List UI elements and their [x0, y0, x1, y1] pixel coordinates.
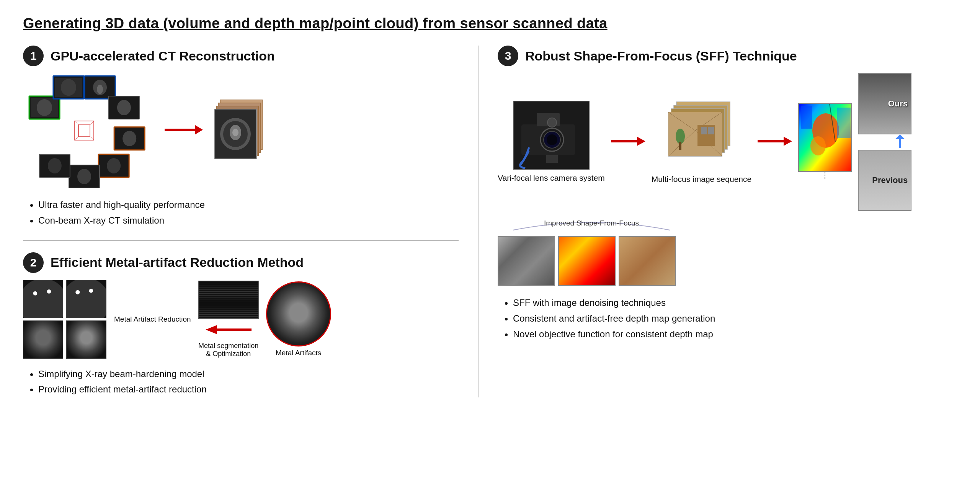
svg-rect-57	[708, 127, 714, 134]
ct-arrow	[165, 122, 203, 139]
vari-focal-camera-image	[513, 101, 590, 170]
ct-stack	[211, 96, 268, 165]
svg-marker-61	[784, 137, 792, 146]
depth-compare-dashed	[798, 172, 852, 181]
section3-number: 3	[498, 46, 518, 66]
previous-depth-image: Previous	[858, 150, 911, 211]
mar-label: Metal Artifact Reduction	[114, 315, 191, 324]
svg-point-41	[547, 134, 557, 145]
section2-number: 2	[23, 252, 44, 273]
focus-label: Multi-focus image sequence	[652, 174, 751, 184]
svg-line-24	[75, 136, 78, 140]
comparison-arrow	[858, 134, 919, 150]
svg-marker-45	[637, 137, 645, 146]
svg-point-34	[232, 129, 238, 136]
page-title: Generating 3D data (volume and depth map…	[23, 15, 957, 32]
sff-improved-images	[498, 236, 685, 286]
sff-img-thermal	[558, 236, 616, 286]
svg-marker-26	[195, 125, 203, 134]
section3-bullets: SFF with image denoising techniques Cons…	[501, 295, 957, 342]
svg-point-10	[117, 100, 131, 115]
svg-rect-65	[801, 106, 812, 129]
improved-sff-section: Improved Shape-From-Focus	[498, 219, 685, 286]
svg-rect-20	[78, 125, 90, 136]
section2-title: Efficient Metal-artifact Reduction Metho…	[51, 255, 304, 270]
ours-label: Ours	[888, 99, 908, 109]
svg-line-23	[90, 136, 94, 140]
svg-rect-56	[701, 127, 707, 134]
svg-point-2	[37, 99, 52, 116]
camera-label: Vari-focal lens camera system	[498, 173, 605, 183]
section1-bullets: Ultra faster and high-quality performanc…	[27, 197, 459, 229]
sinogram-image	[198, 281, 259, 319]
previous-label: Previous	[872, 175, 908, 185]
section1-title: GPU-accelerated CT Reconstruction	[51, 49, 275, 64]
svg-point-12	[122, 131, 136, 146]
svg-point-43	[547, 118, 557, 127]
mar-scan1	[23, 280, 63, 318]
ours-depth-image: Ours	[858, 73, 911, 134]
svg-point-16	[77, 169, 91, 184]
section3-title: Robust Shape-From-Focus (SFF) Technique	[525, 49, 797, 64]
svg-line-21	[75, 121, 78, 125]
section2-bullets: Simplifying X-ray beam-hardening model P…	[27, 366, 459, 398]
sff-arrow1	[611, 134, 645, 150]
svg-point-58	[676, 129, 685, 144]
sff-img-gray	[498, 236, 555, 286]
sff-arrow2	[758, 134, 792, 150]
depth-map-color	[798, 103, 852, 172]
focus-stack-image	[663, 100, 740, 171]
metal-artifacts-label: Metal Artifacts	[276, 349, 321, 357]
svg-line-22	[90, 121, 94, 125]
mar-scan3	[23, 320, 63, 359]
svg-marker-70	[895, 134, 905, 139]
mar-scan4	[66, 320, 106, 359]
mar-arrow	[206, 323, 252, 338]
mar-scan2	[66, 280, 106, 318]
svg-point-8	[97, 85, 103, 94]
seg-optimization-label: Metal segmentation & Optimization	[198, 342, 258, 358]
svg-point-64	[810, 136, 826, 155]
mar-scan-grid	[23, 280, 107, 359]
svg-rect-59	[679, 142, 681, 150]
svg-marker-36	[206, 325, 217, 334]
svg-rect-42	[546, 155, 558, 163]
svg-text:Improved Shape-From-Focus: Improved Shape-From-Focus	[544, 219, 639, 227]
ct-ring-diagram	[27, 73, 157, 188]
sff-img-room	[619, 236, 676, 286]
svg-rect-66	[837, 108, 851, 138]
svg-point-5	[61, 79, 76, 96]
svg-point-18	[48, 158, 62, 173]
svg-point-14	[107, 158, 121, 173]
section1-number: 1	[23, 46, 44, 66]
metal-artifact-img	[266, 281, 331, 346]
